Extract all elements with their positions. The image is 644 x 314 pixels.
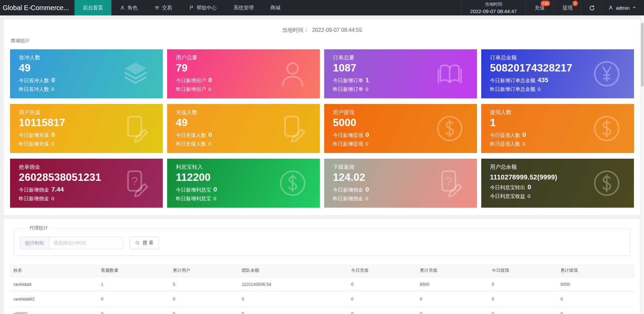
- stat-time-input[interactable]: [49, 237, 123, 249]
- user-icon: [120, 5, 125, 10]
- stat-card-user-withdraw: 用户提现 5000 今日新增提现0 昨日新增提现0: [324, 104, 477, 153]
- card-line-value: 0: [51, 131, 55, 138]
- cell-name: ceshidaili: [9, 277, 97, 292]
- card-line-label: 今日新增订单总金额: [490, 77, 535, 83]
- agent-statistics-legend: 代理统计: [26, 225, 51, 231]
- table-row: a00001 0 0 0 0 0 0 0: [9, 306, 635, 314]
- card-line-value: 435: [538, 76, 548, 84]
- card-line-value: 0: [51, 76, 55, 84]
- table-header-row: 姓名 客服数量 累计用户 团队余额 今日充值 累计充值 今日提现 累计提现: [9, 264, 635, 277]
- recharge-notice-button[interactable]: 充值 135: [526, 0, 553, 15]
- nav-item-system-manage[interactable]: 系统管理: [225, 0, 262, 15]
- card-line-value: 0: [528, 184, 531, 191]
- cell: 0: [488, 277, 556, 292]
- filter-row: 统计时间 搜 索: [20, 237, 624, 249]
- card-line-value: 0: [208, 131, 212, 138]
- withdraw-label: 提现: [562, 5, 573, 10]
- cell: 0: [238, 292, 347, 306]
- card-line-value: 0: [51, 196, 54, 201]
- search-button[interactable]: 搜 索: [130, 237, 159, 249]
- cell: 5: [169, 277, 238, 292]
- cell: 0: [488, 292, 556, 306]
- brand-title: Global E-Commerce...: [0, 0, 75, 15]
- yen-circle-icon: [591, 58, 623, 90]
- search-icon: [135, 240, 140, 246]
- cell: 0: [488, 306, 556, 314]
- cell: 0: [347, 277, 416, 292]
- card-line-label: 今日新增充值: [19, 132, 49, 138]
- stat-card-withdraw-users: 提现人数 1 今日提现人数0 昨日提现人数0: [481, 104, 634, 153]
- card-line-label: 昨日新增佣金: [333, 196, 363, 201]
- nav-item-label: 交易: [162, 0, 172, 15]
- card-line-label: 昨日充值人数: [176, 141, 206, 147]
- time-label: 当地时间：: [282, 27, 309, 33]
- username: admin: [616, 5, 630, 11]
- card-line-value: 0: [528, 193, 530, 199]
- card-line-label: 今日新增利息宝: [176, 187, 211, 193]
- card-line-label: 昨日首冲人数: [19, 86, 49, 92]
- table-row: ceshidalili2 0 0 0 0 0 0 0: [9, 292, 635, 306]
- cell: 0: [416, 292, 488, 306]
- nav-item-roles[interactable]: 角色: [111, 0, 146, 15]
- cell: 0: [97, 292, 169, 306]
- document-question-icon: ?: [434, 167, 465, 199]
- cell: 8500: [416, 277, 488, 292]
- card-line-value: 0: [523, 141, 525, 147]
- card-line-label: 今日新增用户: [176, 77, 206, 83]
- withdraw-notice-button[interactable]: 提现 0: [553, 0, 581, 15]
- agent-statistics-panel: 代理统计 统计时间 搜 索 姓名 客服数量 累计用户 团队余额 今日充值 累计充…: [4, 219, 640, 314]
- stat-card-total-orders: 订单总量 1087 今日新增订单1 昨日新增订单0: [324, 49, 477, 98]
- stat-card-sub-rebate: 下级返佣 124.02 今日新增佣金0 昨日新增佣金0 ?: [324, 159, 477, 208]
- stat-card-total-order-amount: 订单总金额 50820174328217 今日新增订单总金额435 昨日新增订单…: [481, 49, 634, 98]
- navbar-right: 当地时间 2022-09-07 08:44:47 充值 135 提现 0 adm…: [461, 0, 644, 15]
- top-navbar: Global E-Commerce... 后台首页 角色 交易 帮助中心 系统管…: [0, 0, 644, 15]
- card-line-value: 0: [213, 196, 216, 201]
- dollar-circle-icon: [277, 167, 308, 199]
- nav-item-label: 角色: [128, 0, 138, 15]
- stat-card-total-user-balance: 用户总余额 1110278999.52(9999) 今日利息宝转出0 今日利息宝…: [481, 159, 634, 208]
- col-header-team-balance: 团队余额: [238, 264, 347, 277]
- dollar-circle-icon: [434, 113, 465, 144]
- card-line-value: 0: [213, 186, 217, 193]
- card-line-value: 0: [208, 76, 212, 84]
- cell: 0: [556, 292, 635, 306]
- cell: 1110145506.54: [238, 277, 347, 292]
- cell: 0: [347, 292, 416, 306]
- mall-statistics-panel: 当地时间：2022-09-07 08:44:55 商城统计 首冲人数 49 今日…: [4, 19, 640, 215]
- flag-icon: [189, 5, 194, 10]
- book-icon: [434, 58, 465, 90]
- col-header-service-count: 客服数量: [97, 264, 169, 277]
- user-icon: [608, 5, 613, 10]
- withdraw-badge: 0: [573, 1, 578, 6]
- card-line-value: 0: [208, 141, 211, 147]
- card-line-label: 今日新增提现: [333, 132, 363, 138]
- navbar-local-time: 当地时间 2022-09-07 08:44:47: [461, 0, 526, 15]
- svg-text:?: ?: [445, 174, 452, 188]
- nav-item-label: 商城: [270, 0, 281, 15]
- layers-icon: [120, 58, 151, 90]
- card-line-value: 0: [523, 131, 526, 138]
- document-edit-icon: [120, 113, 151, 144]
- stat-card-first-recharge-users: 首冲人数 49 今日首冲人数0 昨日首冲人数0: [10, 49, 163, 98]
- nav-item-trade[interactable]: 交易: [146, 0, 181, 15]
- nav-item-label: 帮助中心: [197, 0, 217, 15]
- card-line-value: 0: [365, 131, 369, 138]
- card-line-label: 昨日新增提现: [333, 141, 363, 147]
- nav-item-label: 后台首页: [83, 0, 103, 15]
- card-line-label: 昨日新增用户: [176, 86, 206, 92]
- card-line-label: 今日充值人数: [176, 132, 206, 138]
- card-line-value: 0: [365, 86, 368, 92]
- cell: 1: [97, 277, 169, 292]
- card-line-label: 今日新增订单: [333, 77, 363, 83]
- nav-item-mall[interactable]: 商城: [262, 0, 289, 15]
- vertical-scrollbar[interactable]: [641, 15, 644, 314]
- scrollbar-thumb[interactable]: [641, 23, 644, 87]
- nav-item-help-center[interactable]: 帮助中心: [181, 0, 225, 15]
- card-line-value: 1: [365, 76, 369, 84]
- nav-item-dashboard[interactable]: 后台首页: [75, 0, 111, 15]
- stat-time-label: 统计时间: [20, 237, 49, 249]
- card-line-label: 今日提现人数: [490, 132, 520, 138]
- user-menu[interactable]: admin: [602, 0, 644, 15]
- refresh-button[interactable]: [581, 0, 602, 15]
- cell-name: ceshidalili2: [9, 292, 97, 306]
